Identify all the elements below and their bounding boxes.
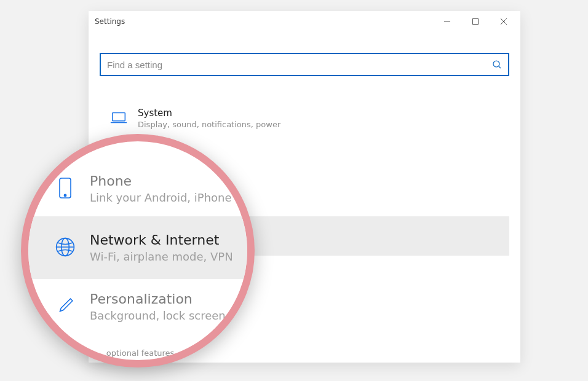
svg-line-5 (499, 66, 501, 68)
phone-icon (53, 176, 77, 200)
mag-item-personalization[interactable]: Personalization Background, lock screen (28, 279, 247, 334)
mag-item-title: Phone (90, 173, 232, 189)
magnifier-content: Phone Link your Android, iPhone Network … (28, 141, 247, 360)
category-title: System (138, 108, 280, 119)
maximize-button[interactable] (461, 11, 490, 32)
minimize-icon (443, 18, 451, 25)
maximize-icon (472, 18, 479, 25)
close-icon (500, 18, 507, 25)
category-system[interactable]: System Display, sound, notifications, po… (100, 98, 509, 138)
search-input[interactable] (107, 60, 492, 70)
window-title: Settings (95, 17, 433, 26)
search-icon (492, 60, 502, 69)
svg-rect-6 (113, 113, 125, 121)
mag-item-title: Network & Internet (90, 232, 233, 248)
svg-rect-1 (473, 19, 479, 25)
magnifier-highlight: Phone Link your Android, iPhone Network … (21, 134, 255, 367)
mag-item-title: Personalization (90, 291, 226, 307)
mag-item-network[interactable]: Network & Internet Wi-Fi, airplane mode,… (28, 216, 247, 279)
svg-point-4 (493, 61, 499, 67)
close-button[interactable] (490, 11, 518, 32)
title-bar: Settings (89, 11, 520, 32)
search-box[interactable] (100, 53, 509, 76)
globe-icon (53, 235, 77, 259)
category-subtitle: Display, sound, notifications, power (138, 120, 280, 129)
mag-item-phone[interactable]: Phone Link your Android, iPhone (28, 161, 247, 216)
svg-point-9 (64, 194, 66, 196)
mag-item-subtitle: Link your Android, iPhone (90, 191, 232, 204)
mag-item-subtitle: Wi-Fi, airplane mode, VPN (90, 250, 233, 263)
laptop-icon (109, 109, 128, 127)
brush-icon (53, 294, 77, 318)
window-controls (433, 11, 518, 32)
mag-fragment-text: , optional features (101, 348, 175, 358)
category-text: System Display, sound, notifications, po… (138, 108, 280, 129)
mag-item-subtitle: Background, lock screen (90, 309, 226, 322)
minimize-button[interactable] (433, 11, 461, 32)
